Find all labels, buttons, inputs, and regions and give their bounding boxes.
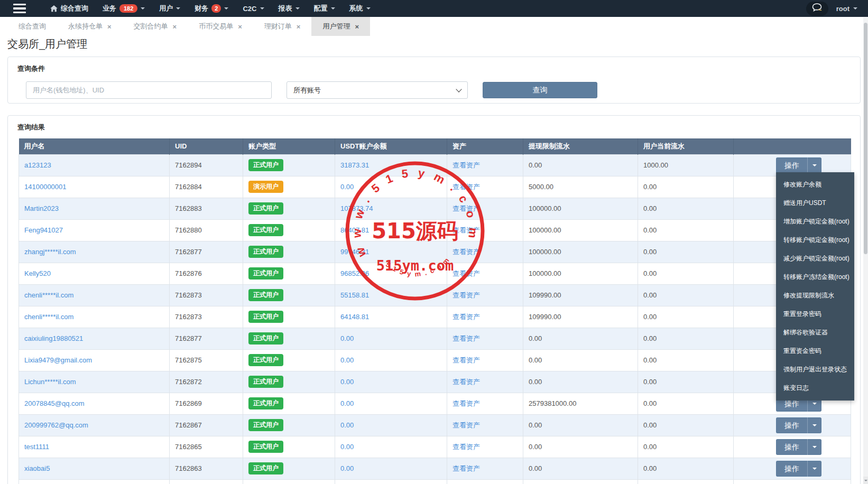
menu-item-11[interactable]: 强制用户退出登录状态 [776,360,854,379]
username-link[interactable]: chenli*****il.com [24,313,73,321]
username-link[interactable]: caixiuling19880521 [24,334,83,342]
username-link[interactable]: test1111 [24,443,49,451]
nav-item-5[interactable]: C2C [243,5,264,13]
username-link[interactable]: zhangj*****il.com [24,248,76,256]
action-caret-button[interactable] [807,461,821,477]
usdt-balance-link[interactable]: 0.00 [340,378,354,386]
tab-close-icon[interactable]: × [107,23,112,30]
username-link[interactable]: 200999762@qq.com [24,421,88,429]
menu-item-3[interactable]: 增加账户锁定金额(root) [776,212,854,231]
tab-4[interactable]: 币币交易单× [188,17,253,36]
menu-item-5[interactable]: 减少账户锁定金额(root) [776,249,854,268]
username-link[interactable]: a123123 [24,161,51,169]
usdt-balance-link[interactable]: 0.00 [340,443,354,451]
menu-item-2[interactable]: 赠送用户USDT [776,194,854,212]
menu-item-9[interactable]: 解绑谷歌验证器 [776,323,854,342]
action-button-group[interactable]: 操作 [776,461,821,477]
view-assets-link[interactable]: 查看资产 [453,161,480,169]
nav-item-8[interactable]: 系统 [349,4,371,13]
nav-item-label: 配置 [314,4,328,13]
menu-item-4[interactable]: 转移账户锁定金额(root) [776,231,854,249]
usdt-balance-link[interactable]: 0.00 [340,464,354,472]
action-button-group[interactable]: 操作 [776,439,821,455]
usdt-balance-link[interactable]: 0.00 [340,356,354,364]
username-link[interactable]: Lichun*****il.com [24,378,76,386]
username-link[interactable]: chenli*****il.com [24,291,73,299]
scrollbar-down-arrow[interactable] [863,477,868,484]
view-assets-link[interactable]: 查看资产 [453,399,480,407]
username-link[interactable]: Kelly520 [24,269,51,277]
column-header: 资产 [447,138,523,154]
action-button[interactable]: 操作 [776,417,807,433]
username-link[interactable]: 14100000001 [24,183,67,191]
view-assets-link[interactable]: 查看资产 [453,313,480,321]
username-link[interactable]: Feng941027 [24,226,63,234]
usdt-balance-link[interactable]: 107873.74 [340,204,373,212]
view-assets-link[interactable]: 查看资产 [453,421,480,429]
tab-5[interactable]: 理财订单× [253,17,312,36]
nav-item-3[interactable]: 用户 [159,4,180,13]
nav-item-4[interactable]: 财务2 [195,4,228,13]
menu-item-8[interactable]: 重置登录密码 [776,305,854,323]
action-button-group[interactable]: 操作 [776,157,821,173]
view-assets-link[interactable]: 查看资产 [453,248,480,256]
action-caret-button[interactable] [807,439,821,455]
action-caret-button[interactable] [807,417,821,433]
menu-item-7[interactable]: 修改提现限制流水 [776,286,854,305]
usdt-balance-link[interactable]: 0.00 [340,421,354,429]
usdt-balance-link[interactable]: 96852.96 [340,269,369,277]
nav-item-7[interactable]: 配置 [314,4,335,13]
view-assets-link[interactable]: 查看资产 [453,334,480,342]
action-caret-button[interactable] [807,157,821,173]
view-assets-link[interactable]: 查看资产 [453,183,480,191]
menu-item-1[interactable]: 修改账户余额 [776,175,854,194]
action-button[interactable]: 操作 [776,461,807,477]
nav-item-1[interactable]: 综合查询 [50,4,88,13]
action-button[interactable]: 操作 [776,439,807,455]
account-type-select[interactable]: 所有账号 [287,81,468,99]
view-assets-link[interactable]: 查看资产 [453,226,480,234]
menu-item-6[interactable]: 转移账户冻结金额(root) [776,268,854,286]
menu-item-12[interactable]: 账变日志 [776,379,854,397]
view-assets-link[interactable]: 查看资产 [453,269,480,277]
view-assets-link[interactable]: 查看资产 [453,378,480,386]
view-assets-link[interactable]: 查看资产 [453,443,480,451]
usdt-balance-link[interactable]: 55158.81 [340,291,369,299]
tab-3[interactable]: 交割合约单× [123,17,188,36]
username-link[interactable]: Lixia9479@gmail.com [24,356,92,364]
action-button-group[interactable]: 操作 [776,417,821,433]
usdt-balance-link[interactable]: 31873.31 [340,161,369,169]
usdt-balance-link[interactable]: 99746.31 [340,248,369,256]
nav-item-2[interactable]: 业务182 [103,4,145,13]
tab-close-icon[interactable]: × [173,23,177,30]
nav-item-6[interactable]: 报表 [279,4,300,13]
tab-close-icon[interactable]: × [238,23,242,30]
view-assets-link[interactable]: 查看资产 [453,204,480,212]
tab-close-icon[interactable]: × [297,23,301,30]
tab-close-icon[interactable]: × [355,23,359,30]
usdt-balance-link[interactable]: 0.00 [340,334,354,342]
user-menu[interactable]: root [836,5,857,13]
view-assets-link[interactable]: 查看资产 [453,291,480,299]
menu-item-10[interactable]: 重置资金密码 [776,342,854,360]
username-link[interactable]: Martin2023 [24,204,59,212]
usdt-balance-link[interactable]: 0.00 [340,183,354,191]
search-button[interactable]: 查询 [483,82,597,98]
tab-1[interactable]: 综合查询 [7,17,57,36]
hamburger-menu-icon[interactable] [13,4,26,14]
username-link[interactable]: 20078845@qq.com [24,399,85,407]
usdt-balance-link[interactable]: 86407.81 [340,226,369,234]
scrollbar-thumb[interactable] [864,23,867,254]
tab-6[interactable]: 用户管理× [311,17,370,36]
tab-2[interactable]: 永续持仓单× [57,17,123,36]
usdt-balance-link[interactable]: 64148.81 [340,313,369,321]
username-link[interactable]: xiaobai5 [24,464,50,472]
chat-button[interactable] [806,2,828,16]
view-assets-link[interactable]: 查看资产 [453,464,480,472]
usdt-balance-link[interactable]: 0.00 [340,399,354,407]
search-input[interactable] [26,81,272,99]
action-button[interactable]: 操作 [776,157,807,173]
vertical-scrollbar[interactable] [863,17,868,484]
view-assets-link[interactable]: 查看资产 [453,356,480,364]
empty-cell [447,479,523,484]
